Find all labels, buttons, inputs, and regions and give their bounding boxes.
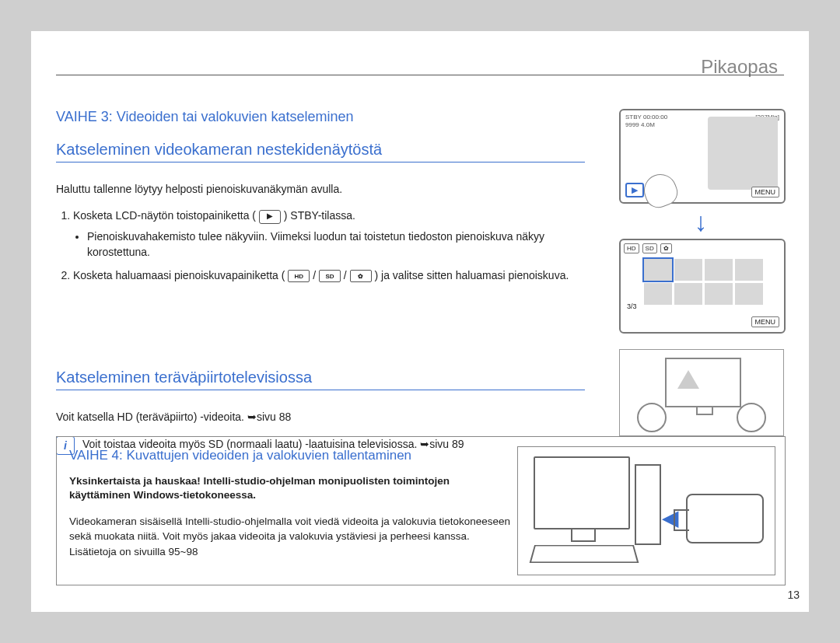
step3-body-b: Voit katsella HD (teräväpiirto) -videoit… bbox=[56, 409, 600, 425]
keyboard-icon bbox=[530, 545, 639, 563]
pc-connection-illustration: ◀ bbox=[517, 446, 775, 575]
figures-column: STBY 00:00:00 [307Min] 9999 4.0M ▶ MENU … bbox=[619, 109, 782, 436]
camcorder-icon bbox=[686, 494, 764, 543]
viewer-head-icon bbox=[737, 403, 766, 432]
lcd-row2-left: 9999 4.0M bbox=[625, 121, 655, 128]
monitor-icon bbox=[534, 456, 630, 529]
lcd-menu-button[interactable]: MENU bbox=[751, 187, 780, 197]
tab-photo[interactable]: ✿ bbox=[660, 243, 672, 253]
thumbnail-grid bbox=[644, 259, 763, 305]
lcd-preview-illustration: STBY 00:00:00 [307Min] 9999 4.0M ▶ MENU bbox=[619, 109, 786, 204]
step3-li1-bullet: Pienoiskuvahakemisto tulee näkyviin. Vii… bbox=[87, 229, 600, 260]
step3-intro: Haluttu tallenne löytyy helposti pienois… bbox=[56, 181, 600, 197]
page-number: 13 bbox=[787, 589, 800, 601]
skater-silhouette-icon bbox=[708, 117, 778, 190]
thumb-item[interactable] bbox=[674, 259, 702, 281]
divider bbox=[56, 75, 784, 75]
step3-subtitle-a: Katseleminen videokameran nestekidenäytö… bbox=[56, 141, 585, 162]
photo-icon: ✿ bbox=[350, 270, 372, 282]
step3-li2: Kosketa haluamaasi pienoiskuvapainiketta… bbox=[73, 267, 600, 283]
step3-li2-b: ) ja valitse sitten haluamasi pienoiskuv… bbox=[375, 269, 569, 281]
sailboat-icon bbox=[677, 370, 699, 389]
thumb-selected[interactable] bbox=[644, 259, 672, 281]
thumb-item[interactable] bbox=[735, 283, 763, 305]
page-ref-88: ➥sivu 88 bbox=[247, 411, 291, 423]
pc-tower-icon bbox=[635, 464, 661, 545]
hd-icon: HD bbox=[288, 270, 310, 282]
tab-sd[interactable]: SD bbox=[642, 243, 657, 253]
step4-heading: VAIHE 4: Kuvattujen videoiden ja valokuv… bbox=[69, 448, 513, 463]
thumb-item[interactable] bbox=[705, 259, 733, 281]
thumb-item[interactable] bbox=[644, 283, 672, 305]
touch-hand-icon bbox=[639, 169, 681, 211]
thumb-page-indicator: 3/3 bbox=[627, 302, 637, 310]
play-button-icon: ▶ bbox=[259, 210, 281, 224]
step3-list: Kosketa LCD-näytön toistopainiketta ( ▶ … bbox=[56, 208, 600, 283]
step3-li1-b: ) STBY-tilassa. bbox=[284, 209, 355, 222]
step3-body-b-text: Voit katsella HD (teräväpiirto) -videoit… bbox=[56, 411, 247, 423]
thumb-menu-button[interactable]: MENU bbox=[751, 316, 780, 327]
main-column: VAIHE 3: Videoiden tai valokuvien katsel… bbox=[56, 109, 600, 455]
step4-panel: VAIHE 4: Kuvattujen videoiden ja valokuv… bbox=[56, 436, 786, 585]
viewer-head-icon bbox=[637, 403, 667, 432]
thumb-item[interactable] bbox=[674, 283, 702, 305]
step3-li2-a: Kosketa haluamaasi pienoiskuvapainiketta… bbox=[73, 269, 285, 281]
step4-body: Videokameran sisäisellä Intelli-studio-o… bbox=[69, 514, 513, 560]
thumbnail-index-illustration: HD SD ✿ 3/3 MENU bbox=[619, 239, 786, 334]
step3-li1: Kosketa LCD-näytön toistopainiketta ( ▶ … bbox=[73, 208, 600, 260]
thumb-item[interactable] bbox=[735, 259, 763, 281]
page: Pikaopas VAIHE 3: Videoiden tai valokuvi… bbox=[31, 31, 809, 612]
down-arrow-icon: ↓ bbox=[619, 207, 782, 237]
step3-subtitle-b: Katseleminen teräväpiirtotelevisiossa bbox=[56, 369, 585, 390]
lcd-status-left: STBY 00:00:00 bbox=[625, 114, 667, 121]
tab-hd[interactable]: HD bbox=[624, 243, 639, 253]
sd-icon: SD bbox=[319, 270, 341, 282]
thumb-item[interactable] bbox=[705, 283, 733, 305]
lcd-play-button[interactable]: ▶ bbox=[625, 183, 644, 197]
step3-heading: VAIHE 3: Videoiden tai valokuvien katsel… bbox=[56, 109, 600, 125]
hdtv-illustration bbox=[619, 349, 784, 436]
step4-bold: Yksinkertaista ja hauskaa! Intelli-studi… bbox=[69, 474, 513, 504]
step3-li1-a: Kosketa LCD-näytön toistopainiketta ( bbox=[73, 209, 256, 222]
tv-icon bbox=[665, 358, 741, 407]
